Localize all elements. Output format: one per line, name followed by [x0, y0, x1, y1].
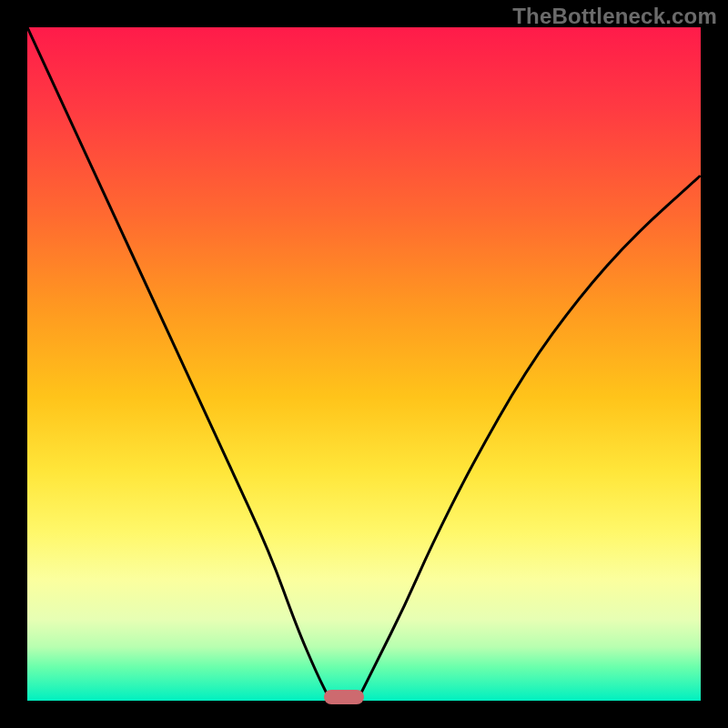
- left-curve: [27, 27, 330, 701]
- chart-plot-area: [27, 27, 701, 701]
- right-curve: [358, 176, 701, 701]
- optimal-marker: [324, 690, 364, 704]
- watermark-text: TheBottleneck.com: [512, 4, 717, 29]
- bottleneck-curves: [27, 27, 701, 701]
